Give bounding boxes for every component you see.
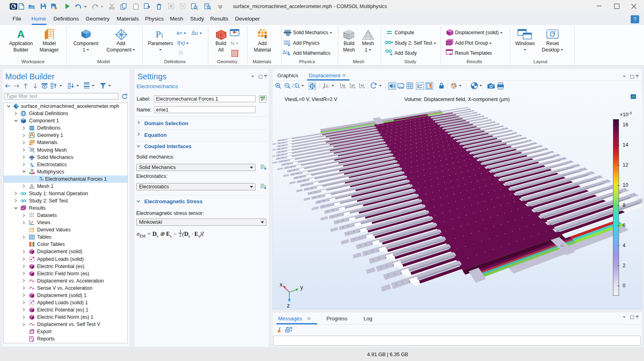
svg-text:x: x [280, 281, 283, 288]
svg-text:e-12: e-12 [29, 230, 34, 233]
svg-text:z: z [287, 302, 290, 309]
svg-text:xy: xy [342, 83, 345, 87]
svg-text:y: y [300, 284, 303, 291]
svg-text:i: i [161, 31, 163, 39]
svg-text:xz: xz [361, 83, 364, 87]
svg-text:A: A [17, 29, 25, 39]
svg-text:P: P [156, 30, 161, 39]
svg-text:yz: yz [351, 83, 355, 87]
